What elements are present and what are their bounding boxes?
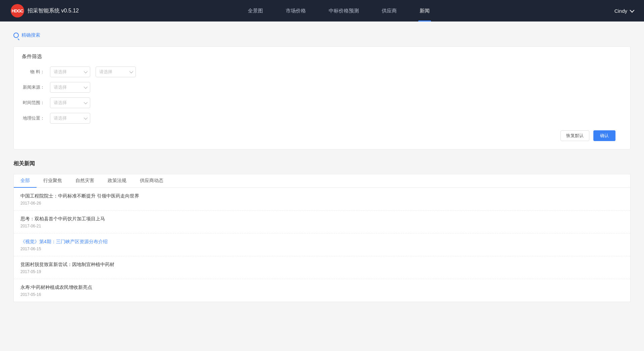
reset-button[interactable]: 恢复默认 (560, 130, 589, 141)
tab-industry[interactable]: 行业聚焦 (37, 174, 69, 188)
tab-supplier-dynamic[interactable]: 供应商动态 (133, 174, 170, 188)
news-title-2[interactable]: 《视觉》第4期：三门峡产区资源分布介绍 (20, 238, 624, 245)
filter-label-location: 地理位置： (22, 115, 45, 121)
dropdown-arrow-timerange-icon (84, 100, 88, 104)
filter-row-material: 物 料： 请选择 请选择 (22, 67, 622, 77)
confirm-button[interactable]: 确认 (593, 130, 615, 141)
nav-bid-price-prediction[interactable]: 中标价格预测 (327, 0, 360, 21)
filter-select-location-placeholder: 请选择 (54, 115, 67, 121)
news-item-3: 贫困村脱贫致富新尝试：因地制宜种植中药材 2017-05-19 (14, 256, 630, 279)
news-date-3: 2017-05-19 (20, 269, 624, 274)
app-title: 招采智能系统 v0.5.12 (28, 7, 79, 14)
filter-select-material-placeholder: 请选择 (54, 69, 67, 75)
news-item-4: 永寿:中药材种植成农民增收新亮点 2017-05-16 (14, 279, 630, 302)
news-title-0[interactable]: 中国工程院院士：中药标准不断提升 引领中医药走向世界 (20, 192, 624, 200)
logo-icon: HDGC (11, 4, 24, 17)
news-item-0: 中国工程院院士：中药标准不断提升 引领中医药走向世界 2017-06-26 (14, 188, 630, 211)
filter-row-source: 新闻来源： 请选择 (22, 82, 622, 93)
dropdown-arrow-secondary-icon (129, 70, 133, 73)
filter-title: 条件筛选 (22, 53, 622, 60)
news-section-title: 相关新闻 (13, 160, 631, 167)
filter-label-material: 物 料： (22, 69, 45, 75)
filter-label-timerange: 时间范围： (22, 100, 45, 106)
filter-select-timerange-placeholder: 请选择 (54, 100, 67, 106)
news-title-4[interactable]: 永寿:中药材种植成农民增收新亮点 (20, 284, 624, 291)
filter-select-material-secondary[interactable]: 请选择 (96, 67, 136, 77)
dropdown-arrow-location-icon (84, 116, 88, 120)
news-section: 相关新闻 全部 行业聚焦 自然灾害 政策法规 供应商动态 中国工程院院士：中药标… (13, 160, 631, 302)
search-label: 精确搜索 (21, 32, 40, 38)
dropdown-arrow-icon (84, 70, 88, 73)
chevron-down-icon (630, 8, 634, 13)
username: Cindy (614, 8, 627, 14)
filter-select-timerange[interactable]: 请选择 (50, 97, 90, 108)
filter-select-source-placeholder: 请选择 (54, 84, 67, 90)
main-content: 精确搜索 条件筛选 物 料： 请选择 请选择 新闻来源： 请选择 (0, 21, 644, 351)
news-list: 中国工程院院士：中药标准不断提升 引领中医药走向世界 2017-06-26 思考… (13, 188, 631, 302)
search-icon (13, 33, 19, 38)
filter-panel: 条件筛选 物 料： 请选择 请选择 新闻来源： 请选择 时间范围： (13, 46, 631, 149)
precise-search-bar[interactable]: 精确搜索 (13, 32, 631, 38)
header: HDGC 招采智能系统 v0.5.12 全景图 市场价格 中标价格预测 供应商 … (0, 0, 644, 21)
nav-panorama[interactable]: 全景图 (247, 0, 264, 21)
main-nav: 全景图 市场价格 中标价格预测 供应商 新闻 (85, 0, 593, 21)
news-item-1: 思考：双柏县首个中药饮片加工项目上马 2017-06-21 (14, 211, 630, 233)
filter-row-timerange: 时间范围： 请选择 (22, 97, 622, 108)
user-menu[interactable]: Cindy (593, 8, 633, 14)
news-item-2: 《视觉》第4期：三门峡产区资源分布介绍 2017-06-15 (14, 233, 630, 256)
filter-actions: 恢复默认 确认 (22, 130, 622, 141)
filter-select-location[interactable]: 请选择 (50, 113, 90, 124)
logo-area: HDGC 招采智能系统 v0.5.12 (11, 4, 85, 17)
filter-label-source: 新闻来源： (22, 84, 45, 90)
dropdown-arrow-source-icon (84, 85, 88, 89)
news-title-3[interactable]: 贫困村脱贫致富新尝试：因地制宜种植中药材 (20, 261, 624, 268)
nav-supplier[interactable]: 供应商 (380, 0, 398, 21)
filter-select-material[interactable]: 请选择 (50, 67, 90, 77)
filter-select-source[interactable]: 请选择 (50, 82, 90, 93)
tab-disaster[interactable]: 自然灾害 (69, 174, 101, 188)
news-date-1: 2017-06-21 (20, 224, 624, 228)
news-date-4: 2017-05-16 (20, 292, 624, 297)
filter-select-material-secondary-placeholder: 请选择 (99, 69, 112, 75)
tab-all[interactable]: 全部 (14, 174, 37, 188)
news-tabs: 全部 行业聚焦 自然灾害 政策法规 供应商动态 (14, 174, 630, 188)
nav-market-price[interactable]: 市场价格 (284, 0, 307, 21)
filter-row-location: 地理位置： 请选择 (22, 113, 622, 124)
news-title-1[interactable]: 思考：双柏县首个中药饮片加工项目上马 (20, 215, 624, 222)
news-date-0: 2017-06-26 (20, 201, 624, 206)
tab-policy[interactable]: 政策法规 (101, 174, 133, 188)
news-date-2: 2017-06-15 (20, 247, 624, 251)
nav-news[interactable]: 新闻 (418, 0, 431, 21)
news-tabs-wrapper: 全部 行业聚焦 自然灾害 政策法规 供应商动态 (13, 174, 631, 188)
